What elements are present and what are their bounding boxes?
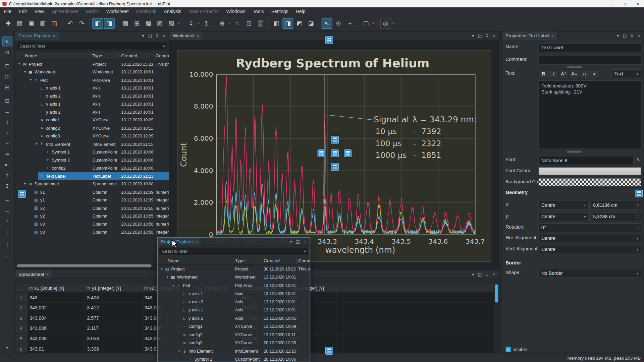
zoom-in-tool-button[interactable]: + bbox=[2, 128, 12, 137]
tree-row-worksheet[interactable]: ▾▦WorksheetWorksheet13.12.2020 10:01 bbox=[158, 273, 310, 281]
tab-project-explorer-floating[interactable]: Project Explorer× bbox=[158, 238, 202, 245]
tree-row-x-axis-1[interactable]: ∟x axis 1Axis13.12.2020 10:01 bbox=[158, 289, 310, 297]
menu-item-spreadsheet[interactable]: Spreadsheet bbox=[48, 7, 82, 15]
menu-item-tools[interactable]: Tools bbox=[249, 7, 268, 15]
text-mode-dropdown[interactable]: Text▾ bbox=[611, 69, 641, 78]
cell[interactable]: 3.308 bbox=[85, 344, 142, 353]
column-header-type[interactable]: Type bbox=[233, 256, 262, 264]
layout-grid-button[interactable]: ◩ bbox=[294, 18, 305, 28]
dock-close-icon[interactable]: × bbox=[302, 238, 309, 245]
floating-project-explorer[interactable]: Project Explorer× ▾ ◫ × ≡ NameTypeCreate… bbox=[157, 237, 310, 362]
row-number[interactable]: 6 bbox=[15, 344, 28, 353]
visible-checkbox[interactable]: ✓ bbox=[505, 347, 511, 352]
expander-icon[interactable]: ▾ bbox=[177, 349, 182, 353]
cell[interactable]: 343,006 bbox=[28, 323, 85, 334]
row-number[interactable]: 2 bbox=[15, 303, 28, 313]
font-colour-button[interactable] bbox=[538, 167, 641, 175]
column-header-y1-integer-y-[interactable]: ▤y1 [Integer] [Y] bbox=[85, 284, 142, 293]
filter-icon[interactable]: ≡ bbox=[162, 43, 165, 48]
tree-row-y-axis-1[interactable]: ∟y axis 1Axis13.12.2020 10:01 bbox=[158, 306, 310, 314]
chevron-down-icon[interactable]: ▾ bbox=[372, 21, 375, 25]
vert-alignment-dropdown[interactable]: Centre▾ bbox=[538, 245, 641, 254]
toggle-project-explorer-button[interactable]: ◧ bbox=[93, 18, 103, 28]
dock-drop-indicator-inner-right[interactable] bbox=[344, 149, 352, 157]
splitter-handle[interactable] bbox=[567, 66, 582, 68]
insert-datetime-button[interactable]: ◐ bbox=[590, 69, 599, 78]
dock-drop-indicator-left[interactable] bbox=[18, 190, 26, 198]
font-edit-icon[interactable]: ✎ bbox=[636, 157, 640, 163]
whiskers-tool-button[interactable]: ⋯ bbox=[2, 251, 12, 260]
cell[interactable]: 343 bbox=[28, 293, 85, 303]
dock-float-icon[interactable]: ◫ bbox=[294, 238, 302, 245]
dock-close-icon[interactable]: × bbox=[490, 32, 497, 39]
subscript-button[interactable]: A₋ bbox=[569, 69, 579, 78]
insert-symbol-button[interactable]: π bbox=[580, 69, 589, 78]
crosshair-tool-button[interactable]: ⊙ bbox=[2, 47, 12, 57]
menu-item-settings[interactable]: Settings bbox=[268, 7, 292, 15]
redo-button[interactable]: ↷ bbox=[76, 18, 87, 28]
dock-drop-indicator-center[interactable] bbox=[331, 149, 339, 157]
dock-drop-indicator-inner-bottom[interactable] bbox=[331, 163, 339, 171]
row-number[interactable]: 4 bbox=[15, 323, 28, 334]
auto-scale-tool-button[interactable]: ⊡ bbox=[2, 96, 12, 105]
chevron-down-icon[interactable]: ▾ bbox=[391, 21, 395, 25]
expander-icon[interactable]: ▾ bbox=[171, 284, 176, 287]
tab-properties[interactable]: Properties: Text Label× bbox=[502, 32, 558, 40]
dock-menu-icon[interactable]: ▾ bbox=[470, 32, 477, 39]
tree-row-x3[interactable]: ▥x3Column20.12.2020 13:56numerical bbox=[15, 220, 169, 228]
new-workbook-button[interactable]: ⊞ bbox=[131, 18, 142, 28]
dock-float-icon[interactable]: ◫ bbox=[476, 32, 483, 39]
new-spreadsheet-button[interactable]: ▩ bbox=[143, 18, 154, 28]
background-colour-button[interactable] bbox=[538, 178, 641, 186]
save-project-button[interactable]: ▣ bbox=[26, 18, 37, 28]
column-header-type[interactable]: Type bbox=[91, 52, 120, 59]
rotation-spinbox[interactable]: 0° ▴▾ bbox=[538, 223, 641, 232]
tree-row-symbol-1[interactable]: +Symbol 1CustomPoint28.12.2020 10:06 bbox=[15, 148, 169, 156]
tree-row-x2[interactable]: ▥x2Column20.12.2020 13:55numerical bbox=[15, 204, 169, 212]
tree-row-config3[interactable]: ≈config3XYCurve20.12.2020 12:39 bbox=[158, 339, 310, 347]
search-input[interactable] bbox=[17, 42, 167, 50]
shift-left-tool-button[interactable]: ← bbox=[2, 194, 12, 204]
tree-row-info-element[interactable]: ▾ℹInfo ElementInfoElement20.12.2020 21:1… bbox=[158, 347, 310, 355]
cell[interactable]: 343,01 bbox=[28, 344, 85, 353]
column-header-comment[interactable]: Comment bbox=[297, 256, 310, 264]
x-anchor-dropdown[interactable]: Centre▾ bbox=[538, 201, 588, 210]
cell[interactable]: 343,004 bbox=[28, 313, 85, 323]
tree-row-config2[interactable]: +config2CustomPoint28.12.2020 10:06 bbox=[15, 164, 169, 172]
shape-dropdown[interactable]: No Border▾ bbox=[538, 269, 641, 278]
zoom-out-y-tool-button[interactable]: ↧ bbox=[2, 181, 12, 191]
menu-item-edit[interactable]: Edit bbox=[15, 7, 31, 15]
layout-horizontal-button[interactable]: ◨ bbox=[282, 18, 293, 28]
dock-drop-indicator-inner-left[interactable] bbox=[318, 149, 325, 157]
name-field[interactable] bbox=[538, 43, 641, 52]
fit-selection-button[interactable]: ⊡ bbox=[244, 18, 254, 28]
column-header-name[interactable]: Name bbox=[15, 52, 91, 59]
tree-row-y1[interactable]: ▥y1Column20.12.2020 12:39integer da bbox=[15, 196, 169, 204]
dock-float-icon[interactable]: ◫ bbox=[476, 271, 483, 278]
dock-close-icon[interactable]: × bbox=[490, 271, 497, 278]
open-project-button[interactable]: ▤ bbox=[14, 18, 25, 28]
toggle-properties-explorer-button[interactable]: ◨ bbox=[104, 18, 115, 28]
print-preview-button[interactable]: ◫ bbox=[49, 18, 60, 28]
dock-pin-icon[interactable]: ↧ bbox=[483, 32, 490, 39]
zoom-in-y-tool-button[interactable]: ↥ bbox=[2, 170, 12, 180]
expander-icon[interactable]: ▾ bbox=[34, 142, 39, 146]
chevron-down-icon[interactable]: ▾ bbox=[177, 21, 181, 25]
column-header-created[interactable]: Created bbox=[119, 52, 154, 59]
dock-drop-indicator-right[interactable] bbox=[635, 190, 643, 197]
zoom-y-select-tool-button[interactable]: ⊟ bbox=[2, 82, 12, 92]
close-icon[interactable]: × bbox=[551, 33, 554, 38]
new-plot-button[interactable]: ≈ bbox=[232, 18, 243, 28]
comment-field[interactable] bbox=[538, 56, 641, 65]
layout-break-button[interactable]: ◪ bbox=[306, 18, 316, 28]
tree-row-config3[interactable]: ≈config3XYCurve20.12.2020 12:39 bbox=[15, 132, 169, 140]
tab-project-explorer[interactable]: Project Explorer× bbox=[15, 32, 59, 40]
zoom-mode-button[interactable]: ⊕ bbox=[217, 18, 228, 28]
cell[interactable]: 3.412 bbox=[85, 303, 142, 313]
more-tools-icon[interactable]: ▾ bbox=[6, 345, 8, 350]
row-number[interactable]: 1 bbox=[15, 293, 28, 303]
zoom-x-select-tool-button[interactable]: ◫ bbox=[2, 71, 12, 81]
tree-row-x-axis-2[interactable]: ∟x axis 2Axis13.12.2020 10:01 bbox=[158, 298, 310, 306]
spin-down-icon[interactable]: ▾ bbox=[637, 205, 639, 207]
dock-close-icon[interactable]: × bbox=[161, 32, 168, 39]
